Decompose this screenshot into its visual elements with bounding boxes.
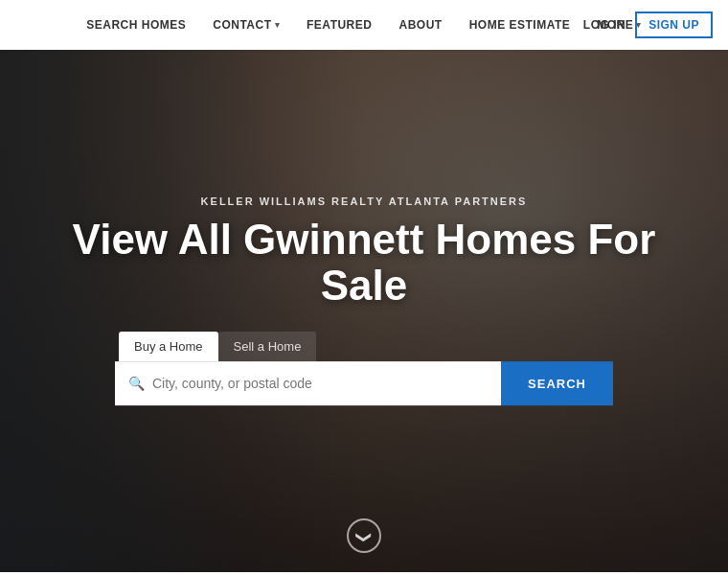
nav-auth: LOG IN SIGN UP — [583, 12, 713, 38]
hero-search-bar: 🔍 SEARCH — [115, 361, 613, 405]
search-icon: 🔍 — [128, 376, 145, 391]
search-input[interactable] — [152, 376, 488, 391]
scroll-down-button[interactable]: ❯ — [347, 518, 381, 553]
nav-links: SEARCH HOMES CONTACT ▾ FEATURED ABOUT HO… — [86, 18, 642, 32]
search-box: 🔍 — [115, 361, 501, 405]
nav-search-homes[interactable]: SEARCH HOMES — [86, 18, 186, 32]
tab-buy-a-home[interactable]: Buy a Home — [119, 332, 218, 361]
contact-chevron-icon: ▾ — [275, 20, 281, 30]
chevron-down-icon: ❯ — [355, 531, 374, 543]
nav-about[interactable]: ABOUT — [398, 18, 442, 32]
nav-home-estimate[interactable]: HOME ESTIMATE — [469, 18, 571, 32]
hero-tabs: Buy a Home Sell a Home — [115, 332, 316, 361]
hero-brand: KELLER WILLIAMS REALTY ATLANTA PARTNERS — [36, 196, 692, 207]
navbar: SEARCH HOMES CONTACT ▾ FEATURED ABOUT HO… — [0, 0, 728, 50]
nav-contact[interactable]: CONTACT ▾ — [213, 18, 280, 32]
signup-button[interactable]: SIGN UP — [635, 12, 713, 38]
nav-featured[interactable]: FEATURED — [307, 18, 372, 32]
tab-sell-a-home[interactable]: Sell a Home — [218, 332, 317, 361]
hero-title: View All Gwinnett Homes For Sale — [36, 217, 692, 310]
login-button[interactable]: LOG IN — [583, 18, 626, 32]
hero-content: KELLER WILLIAMS REALTY ATLANTA PARTNERS … — [36, 196, 692, 406]
hero-section: KELLER WILLIAMS REALTY ATLANTA PARTNERS … — [0, 50, 728, 572]
search-button[interactable]: SEARCH — [501, 361, 613, 405]
